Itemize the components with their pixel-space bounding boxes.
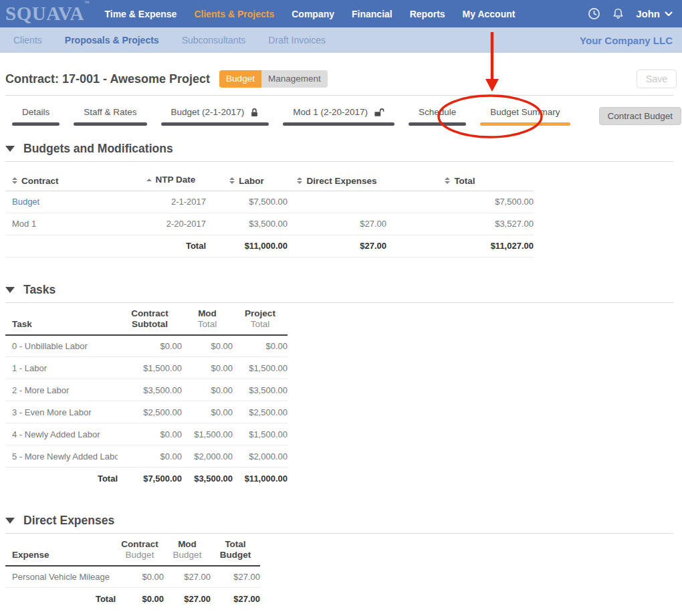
tab-staff-rates[interactable]: Staff & Rates	[74, 107, 146, 126]
total-label: Total	[136, 235, 206, 257]
management-toggle-button[interactable]: Management	[261, 70, 328, 88]
section-divider	[5, 161, 673, 162]
nav-my-account[interactable]: My Account	[463, 9, 516, 19]
mod-total: $1,500.00	[182, 423, 233, 445]
tasks-table: Task ContractSubtotal ModTotal ProjectTo…	[5, 308, 288, 490]
unlock-icon	[374, 108, 384, 117]
user-menu[interactable]: John	[636, 8, 673, 19]
budgets-table: Contract NTP Date Labor Direct Expenses …	[5, 167, 534, 258]
subnav-draft-invoices[interactable]: Draft Invoices	[268, 35, 326, 45]
total-row: Total $11,000.00 $27.00 $11,027.00	[5, 235, 534, 257]
mod-total: $0.00	[182, 401, 233, 423]
mod-total: $0.00	[182, 379, 233, 401]
nav-clients-projects[interactable]: Clients & Projects	[194, 9, 274, 19]
lock-icon	[250, 108, 259, 117]
subnav-proposals-projects[interactable]: Proposals & Projects	[65, 35, 159, 45]
subnav-clients[interactable]: Clients	[13, 35, 42, 45]
project-total: $1,500.00	[233, 423, 288, 445]
tab-budget-summary[interactable]: Budget Summary	[480, 107, 570, 126]
nav-time-expense[interactable]: Time & Expense	[104, 9, 177, 19]
task-name: 4 - Newly Added Labor	[5, 423, 118, 445]
budget-toggle-button[interactable]: Budget	[219, 70, 261, 88]
contract-budget-button[interactable]: Contract Budget	[599, 107, 682, 125]
table-row: Mod 1 2-20-2017 $3,500.00 $27.00 $3,527.…	[5, 213, 534, 235]
tab-budget[interactable]: Budget (2-1-2017)	[161, 107, 269, 126]
app-logo[interactable]: SQUAVA™	[5, 0, 90, 27]
ntp-date-cell: 2-1-2017	[136, 191, 206, 213]
direct-expenses-cell: $27.00	[288, 213, 386, 235]
tab-underline	[74, 122, 146, 126]
task-name: 0 - Unbillable Labor	[5, 335, 118, 357]
collapse-caret-icon[interactable]	[5, 146, 15, 152]
mod-total-total: $3,500.00	[182, 468, 233, 490]
nav-company[interactable]: Company	[292, 9, 334, 19]
total-row: Total $0.00 $27.00 $27.00	[5, 588, 260, 610]
section-divider	[5, 302, 673, 303]
labor-cell: $3,500.00	[206, 213, 288, 235]
section-divider	[5, 533, 673, 534]
tab-label: Budget Summary	[490, 107, 560, 117]
contract-budget-total: $0.00	[116, 588, 164, 610]
project-total-total: $11,000.00	[233, 468, 288, 490]
col-direct-expenses[interactable]: Direct Expenses	[288, 167, 386, 191]
project-total: $2,500.00	[233, 401, 288, 423]
direct-expenses-total: $27.00	[288, 235, 386, 257]
budgets-header-row: Contract NTP Date Labor Direct Expenses …	[5, 167, 534, 191]
tab-details[interactable]: Details	[12, 107, 60, 126]
contract-subtotal-total: $7,500.00	[118, 468, 182, 490]
collapse-caret-icon[interactable]	[5, 518, 15, 524]
section-title: Direct Expenses	[23, 514, 114, 528]
col-total[interactable]: Total	[386, 167, 534, 191]
contract-subtotal: $3,500.00	[118, 379, 182, 401]
col-contract[interactable]: Contract	[5, 167, 136, 191]
top-navbar: SQUAVA™ Time & Expense Clients & Project…	[0, 0, 682, 27]
col-total-budget: TotalBudget	[211, 539, 260, 566]
total-row: Total $7,500.00 $3,500.00 $11,000.00	[5, 468, 288, 490]
header-divider	[5, 95, 673, 96]
contract-subtotal: $2,500.00	[118, 401, 182, 423]
col-labor[interactable]: Labor	[206, 167, 288, 191]
labor-cell: $7,500.00	[206, 191, 288, 213]
contract-subtotal: $0.00	[118, 335, 182, 357]
budget-link[interactable]: Budget	[12, 197, 39, 207]
expenses-table: Expense ContractBudget ModBudget TotalBu…	[5, 539, 260, 610]
nav-financial[interactable]: Financial	[352, 9, 392, 19]
project-total: $3,500.00	[233, 379, 288, 401]
collapse-caret-icon[interactable]	[5, 287, 15, 293]
tab-label: Staff & Rates	[84, 107, 136, 117]
subnav-subconsultants[interactable]: Subconsultants	[182, 35, 246, 45]
task-name: 3 - Even More Labor	[5, 401, 118, 423]
table-row: 4 - Newly Added Labor $0.00 $1,500.00 $1…	[5, 423, 288, 445]
tab-underline	[283, 122, 394, 126]
bell-icon[interactable]	[612, 7, 624, 20]
contract-subtotal: $0.00	[118, 423, 182, 445]
navbar-right: John	[588, 7, 673, 20]
tasks-header-row: Task ContractSubtotal ModTotal ProjectTo…	[5, 308, 288, 335]
tab-underline	[409, 122, 466, 126]
mod-budget-total: $27.00	[164, 588, 211, 610]
main-nav: Time & Expense Clients & Projects Compan…	[104, 9, 515, 19]
total-budget: $27.00	[211, 566, 260, 588]
expense-name: Personal Vehicle Mileage	[5, 566, 116, 588]
tab-schedule[interactable]: Schedule	[409, 107, 466, 126]
clock-icon[interactable]	[588, 7, 600, 20]
col-mod-budget: ModBudget	[164, 539, 211, 566]
tab-underline	[161, 122, 269, 126]
save-button[interactable]: Save	[637, 70, 677, 88]
task-name: 2 - More Labor	[5, 379, 118, 401]
col-ntp-date[interactable]: NTP Date	[136, 167, 206, 191]
project-total: $0.00	[233, 335, 288, 357]
tab-label: Details	[22, 107, 49, 117]
total-cell: $3,527.00	[386, 213, 534, 235]
sort-icon	[229, 177, 235, 184]
ntp-date-cell: 2-20-2017	[136, 213, 206, 235]
col-mod-total: ModTotal	[182, 308, 233, 335]
tab-mod-1[interactable]: Mod 1 (2-20-2017)	[283, 107, 394, 126]
table-row: 5 - More Newly Added Labor $0.00 $2,000.…	[5, 445, 288, 468]
project-total: $2,000.00	[233, 445, 288, 468]
sort-icon	[445, 177, 450, 184]
nav-reports[interactable]: Reports	[410, 9, 445, 19]
labor-total: $11,000.00	[206, 235, 288, 257]
tab-underline-active	[480, 122, 570, 126]
sort-asc-icon	[146, 179, 152, 181]
